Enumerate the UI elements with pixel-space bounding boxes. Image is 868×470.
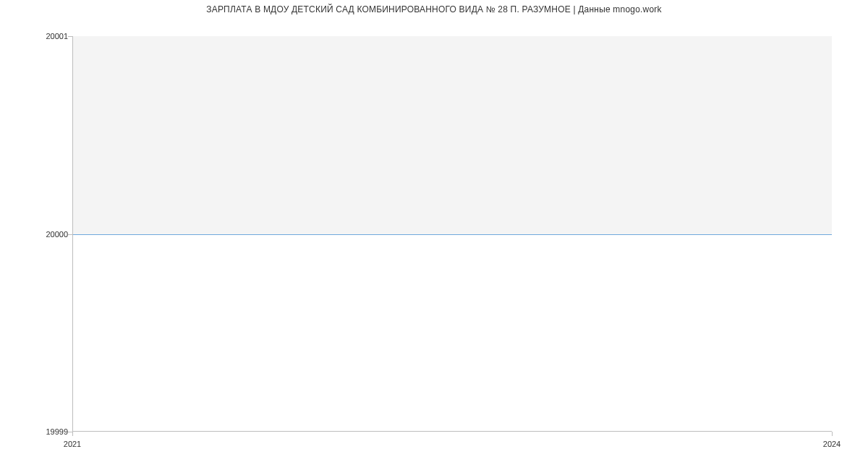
- salary-chart: ЗАРПЛАТА В МДОУ ДЕТСКИЙ САД КОМБИНИРОВАН…: [0, 0, 868, 470]
- y-tick-label: 20000: [4, 230, 68, 239]
- x-tick: [72, 432, 73, 436]
- y-tick-label: 20001: [4, 32, 68, 40]
- x-tick-label: 2021: [64, 440, 81, 448]
- y-tick: [68, 36, 72, 37]
- shaded-upper-band: [72, 36, 832, 234]
- plot-area: [72, 36, 832, 432]
- y-tick: [68, 234, 72, 235]
- series-line-zarplata: [72, 234, 832, 235]
- y-axis: [72, 36, 73, 432]
- x-tick: [832, 432, 833, 436]
- x-tick-label: 2024: [823, 440, 841, 448]
- y-tick-label: 19999: [4, 427, 68, 436]
- chart-title: ЗАРПЛАТА В МДОУ ДЕТСКИЙ САД КОМБИНИРОВАН…: [0, 4, 868, 14]
- x-axis: [72, 431, 832, 432]
